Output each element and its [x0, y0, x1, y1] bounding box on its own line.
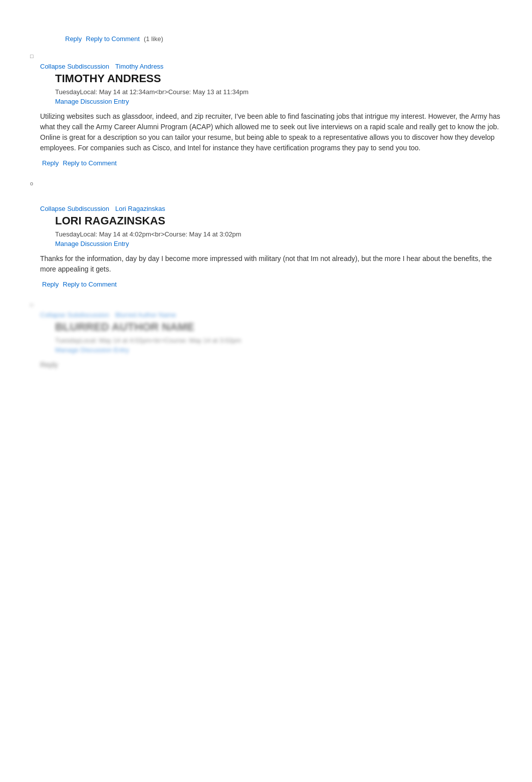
entry2-actions: Reply Reply to Comment — [42, 281, 502, 288]
entry2-reply-to-comment-link[interactable]: Reply to Comment — [63, 281, 117, 288]
discussion-entry-1: Collapse Subdiscussion Timothy Andress T… — [40, 63, 502, 167]
discussion-entry-3: Collapse Subdiscussion Blurred Author Na… — [40, 311, 502, 370]
like-count: (1 like) — [144, 35, 163, 43]
entry2-body: Thanks for the information, day by day I… — [40, 253, 502, 275]
collapse-toggle-icon3: o — [30, 302, 33, 308]
entry1-author-link[interactable]: Timothy Andress — [115, 63, 163, 70]
entry1-collapse-link[interactable]: Collapse Subdiscussion — [40, 63, 109, 70]
entry1-reply-link[interactable]: Reply — [42, 159, 59, 167]
page-container: Reply Reply to Comment (1 like) □ Collap… — [0, 0, 532, 370]
entry2-collapse-link[interactable]: Collapse Subdiscussion — [40, 205, 109, 212]
collapse-toggle-icon: □ — [30, 53, 34, 59]
entry3-body: Reply — [40, 360, 502, 370]
entry2-manage-link[interactable]: Manage Discussion Entry — [55, 240, 502, 247]
entry3-manage-link: Manage Discussion Entry — [55, 346, 502, 354]
entry3-collapse-link: Collapse Subdiscussion — [40, 311, 109, 319]
entry1-reply-to-comment-link[interactable]: Reply to Comment — [63, 159, 117, 167]
entry1-author-name: TIMOTHY ANDRESS — [55, 72, 502, 85]
entry3-header: Collapse Subdiscussion Blurred Author Na… — [40, 311, 502, 319]
blurred-section: o Collapse Subdiscussion Blurred Author … — [0, 298, 532, 370]
discussion-entry-2: Collapse Subdiscussion Lori Ragazinskas … — [40, 205, 502, 288]
collapse-icon-entry3: o — [0, 298, 532, 311]
top-reply-link[interactable]: Reply — [65, 35, 82, 43]
entry1-manage-link[interactable]: Manage Discussion Entry — [55, 98, 502, 105]
top-reply-to-comment-link[interactable]: Reply to Comment — [86, 35, 140, 43]
entry3-author-name: BLURRED AUTHOR NAME — [55, 321, 502, 334]
entry1-timestamp: TuesdayLocal: May 14 at 12:34am<br>Cours… — [55, 88, 502, 96]
entry2-header: Collapse Subdiscussion Lori Ragazinskas — [40, 205, 502, 212]
collapse-icon-entry2: o — [0, 177, 532, 190]
entry2-author-link[interactable]: Lori Ragazinskas — [115, 205, 165, 212]
entry3-timestamp: TuesdayLocal: May 14 at 4:02pm<br>Course… — [55, 337, 502, 344]
top-action-bar: Reply Reply to Comment (1 like) — [0, 30, 532, 48]
entry1-header: Collapse Subdiscussion Timothy Andress — [40, 63, 502, 70]
collapse-toggle-icon2: o — [30, 180, 33, 186]
collapse-icon-entry1: □ — [0, 50, 532, 63]
entry3-author-link: Blurred Author Name — [115, 311, 176, 319]
entry1-actions: Reply Reply to Comment — [42, 159, 502, 167]
entry2-timestamp: TuesdayLocal: May 14 at 4:02pm<br>Course… — [55, 230, 502, 238]
entry2-reply-link[interactable]: Reply — [42, 281, 59, 288]
entry2-author-name: LORI RAGAZINSKAS — [55, 214, 502, 227]
entry1-body: Utilizing websites such as glassdoor, in… — [40, 111, 502, 153]
